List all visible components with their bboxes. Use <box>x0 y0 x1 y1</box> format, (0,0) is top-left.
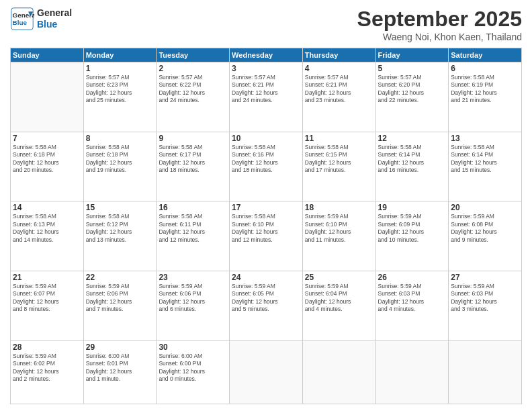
day-number: 26 <box>378 273 447 282</box>
day-info: Sunrise: 5:59 AM Sunset: 6:05 PM Dayligh… <box>232 283 300 314</box>
day-number: 13 <box>451 134 519 143</box>
day-info: Sunrise: 5:59 AM Sunset: 6:02 PM Dayligh… <box>13 353 81 383</box>
day-info: Sunrise: 5:58 AM Sunset: 6:19 PM Dayligh… <box>451 74 519 105</box>
calendar-cell: 28Sunrise: 5:59 AM Sunset: 6:02 PM Dayli… <box>11 340 84 404</box>
header: General Blue General Blue September 2025… <box>10 7 522 42</box>
day-info: Sunrise: 5:57 AM Sunset: 6:20 PM Dayligh… <box>378 74 447 105</box>
calendar-cell: 1Sunrise: 5:57 AM Sunset: 6:23 PM Daylig… <box>83 62 157 132</box>
day-info: Sunrise: 5:58 AM Sunset: 6:12 PM Dayligh… <box>86 213 154 244</box>
calendar-weekday-sunday: Sunday <box>11 48 84 62</box>
day-number: 18 <box>305 203 373 212</box>
day-number: 6 <box>451 64 519 73</box>
day-info: Sunrise: 5:59 AM Sunset: 6:03 PM Dayligh… <box>451 283 519 314</box>
calendar-cell: 9Sunrise: 5:58 AM Sunset: 6:17 PM Daylig… <box>157 132 230 201</box>
svg-text:Blue: Blue <box>13 19 28 26</box>
day-number: 20 <box>451 203 519 212</box>
calendar-cell <box>449 340 522 404</box>
day-info: Sunrise: 5:58 AM Sunset: 6:18 PM Dayligh… <box>86 144 154 175</box>
calendar-cell: 4Sunrise: 5:57 AM Sunset: 6:21 PM Daylig… <box>302 62 375 132</box>
calendar-cell: 27Sunrise: 5:59 AM Sunset: 6:03 PM Dayli… <box>449 271 522 341</box>
calendar-cell: 15Sunrise: 5:58 AM Sunset: 6:12 PM Dayli… <box>83 201 157 271</box>
calendar-week-row: 28Sunrise: 5:59 AM Sunset: 6:02 PM Dayli… <box>11 340 522 404</box>
day-info: Sunrise: 5:58 AM Sunset: 6:18 PM Dayligh… <box>13 144 81 175</box>
location-subtitle: Waeng Noi, Khon Kaen, Thailand <box>357 32 522 42</box>
day-info: Sunrise: 5:59 AM Sunset: 6:06 PM Dayligh… <box>159 283 227 314</box>
day-number: 29 <box>86 342 154 352</box>
day-number: 23 <box>159 273 227 282</box>
day-info: Sunrise: 5:58 AM Sunset: 6:11 PM Dayligh… <box>159 213 227 244</box>
day-number: 12 <box>378 134 447 143</box>
calendar-cell <box>230 340 303 404</box>
logo-icon: General Blue <box>10 7 34 31</box>
calendar-cell: 13Sunrise: 5:58 AM Sunset: 6:14 PM Dayli… <box>449 132 522 201</box>
day-number: 5 <box>378 64 447 73</box>
calendar-week-row: 21Sunrise: 5:59 AM Sunset: 6:07 PM Dayli… <box>11 271 522 341</box>
calendar-week-row: 7Sunrise: 5:58 AM Sunset: 6:18 PM Daylig… <box>11 132 522 201</box>
day-number: 19 <box>378 203 447 212</box>
day-number: 24 <box>232 273 300 282</box>
day-info: Sunrise: 5:58 AM Sunset: 6:13 PM Dayligh… <box>13 213 81 244</box>
calendar-cell: 20Sunrise: 5:59 AM Sunset: 6:08 PM Dayli… <box>449 201 522 271</box>
day-info: Sunrise: 5:58 AM Sunset: 6:10 PM Dayligh… <box>232 213 300 244</box>
day-number: 7 <box>13 134 81 143</box>
calendar-cell: 5Sunrise: 5:57 AM Sunset: 6:20 PM Daylig… <box>375 62 449 132</box>
day-info: Sunrise: 5:58 AM Sunset: 6:17 PM Dayligh… <box>159 144 227 175</box>
page: General Blue General Blue September 2025… <box>0 0 532 411</box>
day-number: 9 <box>159 134 227 143</box>
day-info: Sunrise: 5:59 AM Sunset: 6:09 PM Dayligh… <box>378 213 447 244</box>
calendar-cell: 7Sunrise: 5:58 AM Sunset: 6:18 PM Daylig… <box>11 132 84 201</box>
day-info: Sunrise: 5:59 AM Sunset: 6:06 PM Dayligh… <box>86 283 154 314</box>
day-number: 27 <box>451 273 519 282</box>
day-info: Sunrise: 5:59 AM Sunset: 6:07 PM Dayligh… <box>13 283 81 314</box>
calendar-cell: 17Sunrise: 5:58 AM Sunset: 6:10 PM Dayli… <box>230 201 303 271</box>
calendar-weekday-wednesday: Wednesday <box>230 48 303 62</box>
calendar-cell: 10Sunrise: 5:58 AM Sunset: 6:16 PM Dayli… <box>230 132 303 201</box>
day-info: Sunrise: 5:57 AM Sunset: 6:21 PM Dayligh… <box>232 74 300 105</box>
calendar-cell: 24Sunrise: 5:59 AM Sunset: 6:05 PM Dayli… <box>230 271 303 341</box>
calendar-cell <box>375 340 449 404</box>
calendar-cell: 12Sunrise: 5:58 AM Sunset: 6:14 PM Dayli… <box>375 132 449 201</box>
day-number: 21 <box>13 273 81 282</box>
month-title: September 2025 <box>357 7 522 32</box>
day-info: Sunrise: 5:57 AM Sunset: 6:23 PM Dayligh… <box>86 74 154 105</box>
day-info: Sunrise: 5:59 AM Sunset: 6:10 PM Dayligh… <box>305 213 373 244</box>
calendar-weekday-friday: Friday <box>375 48 449 62</box>
day-info: Sunrise: 6:00 AM Sunset: 6:01 PM Dayligh… <box>86 353 154 383</box>
calendar-cell: 30Sunrise: 6:00 AM Sunset: 6:00 PM Dayli… <box>157 340 230 404</box>
day-info: Sunrise: 5:58 AM Sunset: 6:16 PM Dayligh… <box>232 144 300 175</box>
calendar-cell: 22Sunrise: 5:59 AM Sunset: 6:06 PM Dayli… <box>83 271 157 341</box>
calendar-cell: 21Sunrise: 5:59 AM Sunset: 6:07 PM Dayli… <box>11 271 84 341</box>
day-number: 25 <box>305 273 373 282</box>
day-info: Sunrise: 5:57 AM Sunset: 6:21 PM Dayligh… <box>305 74 373 105</box>
day-number: 10 <box>232 134 300 143</box>
day-number: 28 <box>13 342 81 352</box>
logo: General Blue General Blue <box>10 7 72 31</box>
calendar-weekday-saturday: Saturday <box>449 48 522 62</box>
calendar-cell: 11Sunrise: 5:58 AM Sunset: 6:15 PM Dayli… <box>302 132 375 201</box>
day-info: Sunrise: 5:58 AM Sunset: 6:14 PM Dayligh… <box>451 144 519 175</box>
calendar-cell: 29Sunrise: 6:00 AM Sunset: 6:01 PM Dayli… <box>83 340 157 404</box>
day-info: Sunrise: 5:59 AM Sunset: 6:03 PM Dayligh… <box>378 283 447 314</box>
day-number: 14 <box>13 203 81 212</box>
calendar-cell: 6Sunrise: 5:58 AM Sunset: 6:19 PM Daylig… <box>449 62 522 132</box>
day-info: Sunrise: 5:59 AM Sunset: 6:08 PM Dayligh… <box>451 213 519 244</box>
calendar-cell: 23Sunrise: 5:59 AM Sunset: 6:06 PM Dayli… <box>157 271 230 341</box>
calendar-cell: 18Sunrise: 5:59 AM Sunset: 6:10 PM Dayli… <box>302 201 375 271</box>
day-number: 8 <box>86 134 154 143</box>
calendar-weekday-monday: Monday <box>83 48 157 62</box>
calendar-week-row: 1Sunrise: 5:57 AM Sunset: 6:23 PM Daylig… <box>11 62 522 132</box>
calendar-cell <box>11 62 84 132</box>
calendar-cell <box>302 340 375 404</box>
day-info: Sunrise: 6:00 AM Sunset: 6:00 PM Dayligh… <box>159 353 227 383</box>
day-number: 1 <box>86 64 154 73</box>
day-number: 16 <box>159 203 227 212</box>
calendar-week-row: 14Sunrise: 5:58 AM Sunset: 6:13 PM Dayli… <box>11 201 522 271</box>
logo-text-general: General <box>37 7 72 19</box>
day-number: 15 <box>86 203 154 212</box>
calendar-cell: 19Sunrise: 5:59 AM Sunset: 6:09 PM Dayli… <box>375 201 449 271</box>
day-info: Sunrise: 5:59 AM Sunset: 6:04 PM Dayligh… <box>305 283 373 314</box>
calendar-cell: 26Sunrise: 5:59 AM Sunset: 6:03 PM Dayli… <box>375 271 449 341</box>
calendar-weekday-tuesday: Tuesday <box>157 48 230 62</box>
calendar-cell: 2Sunrise: 5:57 AM Sunset: 6:22 PM Daylig… <box>157 62 230 132</box>
day-number: 4 <box>305 64 373 73</box>
